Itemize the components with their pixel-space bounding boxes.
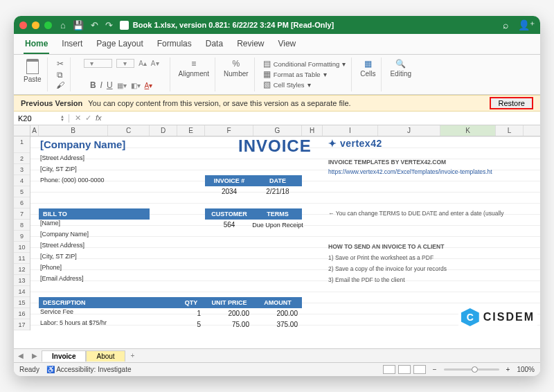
view-page-break-button[interactable] (413, 365, 426, 374)
col-f[interactable]: F (205, 125, 253, 136)
name-box[interactable]: K20 ▲▼ (14, 114, 69, 123)
cell-phone[interactable]: Phone: (000) 000-0000 (40, 177, 105, 184)
share-icon[interactable]: 👤⁺ (518, 19, 535, 30)
row-8[interactable]: 8 (14, 220, 30, 231)
row-3[interactable]: 3 (14, 164, 30, 175)
cell-howto1[interactable]: 1) Save or Print the worksheet as a PDF (328, 254, 434, 261)
conditional-formatting-button[interactable]: ▤Conditional Formatting ▾ (263, 59, 346, 69)
row-10[interactable]: 10 (14, 242, 30, 253)
zoom-in-button[interactable]: + (506, 366, 510, 373)
cell-bill-email[interactable]: [Email Address] (40, 275, 84, 282)
tab-data[interactable]: Data (204, 36, 224, 54)
cell-howto2[interactable]: 2) Save a copy of the invoice for your r… (328, 265, 447, 272)
row-6[interactable]: 6 (14, 197, 30, 208)
cell-billto-hdr[interactable]: BILL TO (39, 208, 150, 220)
cell-desc-hdr[interactable]: DESCRIPTION (39, 297, 177, 308)
cell-unit-hdr[interactable]: UNIT PRICE (205, 297, 253, 308)
cell-invoice-no-hdr[interactable]: INVOICE # (205, 175, 253, 186)
minimize-window-button[interactable] (32, 21, 39, 29)
row-17[interactable]: 17 (14, 319, 30, 330)
cell-bill-company[interactable]: [Company Name] (40, 231, 89, 238)
cell-line1-amt[interactable]: 200.00 (253, 308, 302, 319)
decrease-font-icon[interactable]: A▾ (151, 60, 159, 67)
home-icon[interactable]: ⌂ (60, 20, 66, 30)
row-14[interactable]: 14 (14, 286, 30, 297)
cell-company-name[interactable]: [Company Name] (40, 139, 125, 150)
row-15[interactable]: 15 (14, 297, 30, 308)
col-a[interactable]: A (30, 125, 39, 136)
name-box-stepper[interactable]: ▲▼ (60, 115, 64, 122)
row-5[interactable]: 5 (14, 186, 30, 197)
cell-invoice-no[interactable]: 2034 (205, 186, 253, 197)
cell-note-terms[interactable]: ← You can change TERMS to DUE DATE and e… (328, 210, 503, 217)
row-11[interactable]: 11 (14, 253, 30, 264)
cell-terms-hdr[interactable]: TERMS (253, 208, 302, 220)
add-sheet-button[interactable]: + (125, 352, 141, 359)
row-1[interactable]: 1 (14, 136, 30, 153)
col-d[interactable]: D (150, 125, 177, 136)
sheet-prev-icon[interactable]: ◀ (14, 352, 28, 359)
cell-invoice-title[interactable]: INVOICE (238, 136, 312, 156)
increase-font-icon[interactable]: A▴ (138, 60, 147, 67)
col-g[interactable]: G (253, 125, 302, 136)
bold-icon[interactable]: B (90, 80, 96, 90)
cell-line2-desc[interactable]: Labor: 5 hours at $75/hr (40, 319, 107, 326)
zoom-value[interactable]: 100% (517, 366, 535, 373)
cancel-formula-icon[interactable]: ✕ (75, 114, 81, 123)
spreadsheet-grid[interactable]: A B C D E F G H I J K L 1 2 3 4 5 6 7 8 … (14, 125, 540, 348)
cell-styles-button[interactable]: ▧Cell Styles ▾ (263, 80, 346, 89)
cell-amount-hdr[interactable]: AMOUNT (253, 297, 302, 308)
cell-city[interactable]: [City, ST ZIP] (40, 166, 77, 172)
editing-button[interactable]: 🔍 Editing (390, 59, 411, 78)
cell-bill-street[interactable]: [Street Address] (40, 242, 84, 249)
view-page-layout-button[interactable] (398, 365, 411, 374)
alignment-button[interactable]: ≡ Alignment (179, 59, 209, 78)
row-2[interactable]: 2 (14, 153, 30, 164)
zoom-window-button[interactable] (44, 21, 52, 29)
zoom-out-button[interactable]: − (433, 366, 437, 373)
cell-line2-amt[interactable]: 375.00 (253, 319, 302, 330)
copy-icon[interactable]: ⧉ (57, 70, 63, 80)
border-icon[interactable]: ▦▾ (117, 82, 127, 89)
col-h[interactable]: H (302, 125, 323, 136)
tab-home[interactable]: Home (24, 36, 49, 54)
cell-street[interactable]: [Street Address] (40, 154, 84, 161)
row-9[interactable]: 9 (14, 231, 30, 242)
cell-terms[interactable]: Due Upon Receipt (245, 220, 310, 231)
cut-icon[interactable]: ✂ (57, 59, 64, 69)
italic-icon[interactable]: I (100, 80, 102, 90)
cell-bill-city[interactable]: [City, ST ZIP] (40, 253, 77, 260)
tab-formulas[interactable]: Formulas (156, 36, 193, 54)
accept-formula-icon[interactable]: ✓ (85, 114, 91, 123)
cell-line1-unit[interactable]: 200.00 (205, 308, 253, 319)
underline-icon[interactable]: U (107, 80, 113, 90)
cell-bill-name[interactable]: [Name] (40, 220, 60, 226)
cell-howto-title[interactable]: HOW TO SEND AN INVOICE TO A CLIENT (328, 243, 444, 250)
row-13[interactable]: 13 (14, 275, 30, 286)
col-i[interactable]: I (323, 125, 378, 136)
cell-templates-title[interactable]: INVOICE TEMPLATES BY VERTEX42.COM (328, 159, 446, 166)
font-size-select[interactable]: ▾ (116, 59, 134, 68)
restore-button[interactable]: Restore (490, 97, 533, 109)
row-12[interactable]: 12 (14, 264, 30, 275)
col-k[interactable]: K (440, 125, 496, 136)
cell-line2-unit[interactable]: 75.00 (205, 319, 253, 330)
cell-date-hdr[interactable]: DATE (253, 175, 302, 186)
save-icon[interactable]: 💾 (73, 20, 84, 30)
row-4[interactable]: 4 (14, 175, 30, 186)
cell-bill-phone[interactable]: [Phone] (40, 264, 62, 271)
cell-line1-desc[interactable]: Service Fee (40, 308, 73, 315)
status-accessibility[interactable]: ♿ Accessibility: Investigate (46, 366, 132, 373)
sheet-tab-about[interactable]: About (86, 350, 125, 362)
col-l[interactable]: L (496, 125, 524, 136)
font-select[interactable]: ▾ (84, 59, 113, 68)
sheet-next-icon[interactable]: ▶ (28, 352, 42, 359)
tab-insert[interactable]: Insert (60, 36, 84, 54)
search-icon[interactable]: ⌕ (503, 19, 508, 30)
cell-howto3[interactable]: 3) Email the PDF to the client (328, 276, 405, 283)
format-as-table-button[interactable]: ▦Format as Table ▾ (263, 69, 346, 79)
tab-page-layout[interactable]: Page Layout (95, 36, 144, 54)
fill-color-icon[interactable]: ◧▾ (131, 82, 141, 89)
view-normal-button[interactable] (383, 365, 395, 374)
cell-line2-qty[interactable]: 5 (177, 319, 205, 330)
